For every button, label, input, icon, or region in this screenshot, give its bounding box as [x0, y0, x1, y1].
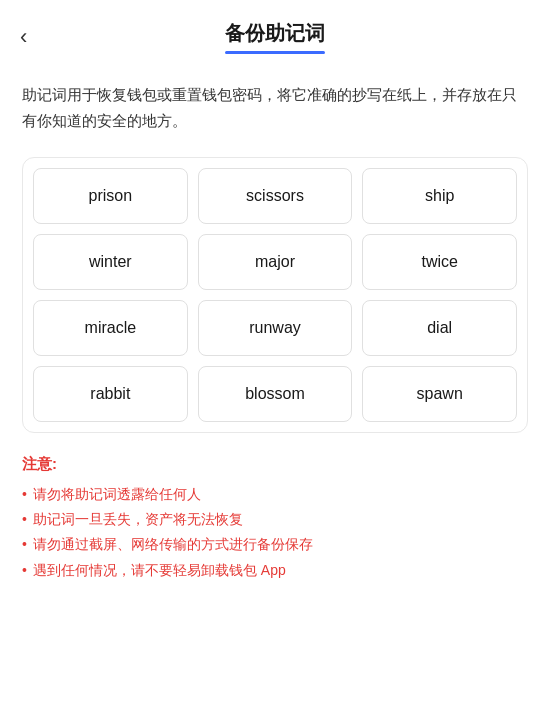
notice-item: 遇到任何情况，请不要轻易卸载钱包 App [22, 558, 528, 583]
notice-title: 注意: [22, 455, 528, 474]
mnemonic-grid-container: prisonscissorsshipwintermajortwicemiracl… [22, 157, 528, 433]
mnemonic-grid: prisonscissorsshipwintermajortwicemiracl… [33, 168, 517, 422]
mnemonic-word-cell[interactable]: prison [33, 168, 188, 224]
notice-item: 助记词一旦丢失，资产将无法恢复 [22, 507, 528, 532]
title-wrapper: 备份助记词 [225, 20, 325, 54]
description-text: 助记词用于恢复钱包或重置钱包密码，将它准确的抄写在纸上，并存放在只有你知道的安全… [22, 86, 517, 129]
notice-item: 请勿将助记词透露给任何人 [22, 482, 528, 507]
mnemonic-word-cell[interactable]: blossom [198, 366, 353, 422]
page-title: 备份助记词 [225, 20, 325, 47]
header: ‹ 备份助记词 [0, 0, 550, 64]
notice-item: 请勿通过截屏、网络传输的方式进行备份保存 [22, 532, 528, 557]
back-button[interactable]: ‹ [20, 26, 27, 48]
mnemonic-word-cell[interactable]: rabbit [33, 366, 188, 422]
mnemonic-word-cell[interactable]: miracle [33, 300, 188, 356]
title-underline [225, 51, 325, 54]
mnemonic-word-cell[interactable]: twice [362, 234, 517, 290]
mnemonic-word-cell[interactable]: dial [362, 300, 517, 356]
mnemonic-word-cell[interactable]: scissors [198, 168, 353, 224]
mnemonic-word-cell[interactable]: major [198, 234, 353, 290]
notice-section: 注意: 请勿将助记词透露给任何人助记词一旦丢失，资产将无法恢复请勿通过截屏、网络… [0, 451, 550, 603]
mnemonic-word-cell[interactable]: spawn [362, 366, 517, 422]
mnemonic-word-cell[interactable]: winter [33, 234, 188, 290]
description: 助记词用于恢复钱包或重置钱包密码，将它准确的抄写在纸上，并存放在只有你知道的安全… [0, 64, 550, 147]
mnemonic-word-cell[interactable]: ship [362, 168, 517, 224]
mnemonic-word-cell[interactable]: runway [198, 300, 353, 356]
notice-list: 请勿将助记词透露给任何人助记词一旦丢失，资产将无法恢复请勿通过截屏、网络传输的方… [22, 482, 528, 583]
